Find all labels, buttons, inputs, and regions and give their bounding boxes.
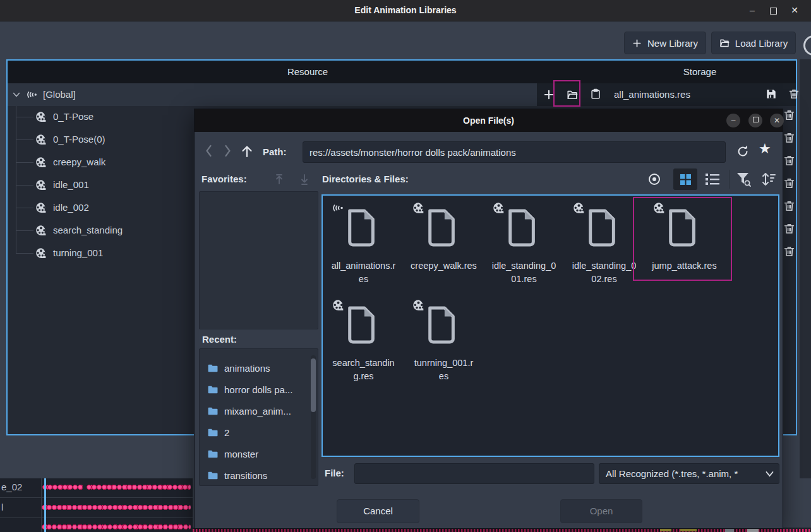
delete-animation-icon[interactable]: [783, 155, 795, 167]
tree-item-animation[interactable]: idle_002: [35, 201, 89, 215]
file-icon: [505, 207, 539, 247]
minimize-icon[interactable]: –: [726, 114, 740, 127]
global-label: [Global]: [43, 88, 76, 102]
file-item[interactable]: creepy_walk.res: [404, 198, 484, 292]
tree-item-animation[interactable]: 0_T-Pose: [35, 110, 93, 124]
load-library-button[interactable]: Load Library: [711, 32, 796, 54]
tree-item-animation[interactable]: turning_001: [35, 246, 103, 260]
delete-animation-icon[interactable]: [783, 132, 795, 144]
delete-animation-icon[interactable]: [783, 177, 795, 189]
back-icon[interactable]: [203, 143, 215, 159]
filter-icon[interactable]: [735, 171, 752, 187]
new-library-button[interactable]: New Library: [624, 32, 706, 54]
grid-view-button[interactable]: [673, 168, 697, 190]
grid-view-icon: [680, 174, 692, 186]
move-up-icon[interactable]: [273, 172, 285, 186]
refresh-icon[interactable]: [735, 143, 750, 160]
folder-icon: [207, 427, 218, 438]
file-item[interactable]: tunrning_001.res: [404, 295, 484, 389]
tree-item-animation[interactable]: 0_T-Pose(0): [35, 133, 105, 146]
open-button[interactable]: Open: [560, 499, 642, 523]
delete-library-icon[interactable]: [788, 88, 800, 100]
path-label: Path:: [263, 146, 287, 157]
up-icon[interactable]: [240, 144, 254, 159]
partial-button-edge: [803, 35, 811, 56]
recent-list: animations horror dolls pa... mixamo_ani…: [199, 348, 318, 486]
chevron-down-icon[interactable]: [13, 92, 20, 98]
path-input[interactable]: [303, 141, 726, 163]
recent-label: Recent:: [202, 334, 237, 345]
file-icon: [425, 304, 459, 345]
folder-icon: [207, 470, 218, 481]
storage-header: Storage: [608, 61, 792, 83]
open-files-dialog: Open File(s) – ✕ Path: ★ Favorites: Dire…: [194, 109, 783, 529]
animation-library-icon: [27, 89, 38, 100]
file-item[interactable]: all_animations.res: [323, 198, 404, 292]
background-edge: [800, 59, 811, 478]
animation-icon: [332, 299, 344, 311]
recent-item[interactable]: 2: [200, 422, 307, 442]
track-label: l: [1, 502, 3, 512]
file-icon: [425, 207, 459, 247]
animation-icon: [35, 111, 47, 122]
toggle-hidden-icon[interactable]: [647, 172, 662, 187]
file-label: File:: [325, 468, 344, 478]
file-icon: [586, 207, 620, 247]
close-icon[interactable]: ✕: [770, 114, 784, 127]
files-grid: all_animations.res creepy_walk.res idle_…: [321, 194, 779, 457]
edit-animation-libraries-window: Edit Animation Libraries – ✕ New Library…: [0, 0, 811, 532]
delete-animation-icon[interactable]: [783, 223, 795, 235]
favorite-star-icon[interactable]: ★: [759, 141, 771, 157]
animation-icon: [35, 202, 47, 213]
maximize-icon[interactable]: [748, 114, 762, 127]
recent-item[interactable]: monster: [200, 444, 307, 464]
file-name: idle_standing_001.res: [484, 259, 564, 286]
keyframe-cluster: [42, 482, 83, 492]
file-name: tunrning_001.res: [404, 357, 484, 383]
animation-library-icon: [332, 202, 344, 214]
file-item[interactable]: idle_standing_001.res: [484, 198, 564, 292]
filter-value: All Recognized (*.tres, *.anim, *: [606, 468, 738, 479]
panel-header: Resource Storage: [8, 61, 796, 83]
tree-item-animation[interactable]: idle_001: [35, 178, 89, 192]
tree-item-animation[interactable]: search_standing: [35, 223, 123, 237]
folder-icon: [207, 363, 218, 374]
filter-dropdown[interactable]: All Recognized (*.tres, *.anim, *: [599, 463, 779, 484]
paste-icon[interactable]: [590, 88, 601, 100]
keyframe-cluster: [87, 482, 191, 492]
global-row[interactable]: [Global]: [8, 83, 537, 106]
file-item[interactable]: idle_standing_002.res: [564, 198, 644, 292]
move-down-icon[interactable]: [299, 172, 310, 186]
favorites-list: [199, 191, 318, 329]
tree-item-animation[interactable]: creepy_walk: [35, 155, 105, 169]
favorites-label: Favorites:: [201, 174, 247, 184]
animation-icon: [573, 202, 585, 214]
recent-scrollbar[interactable]: [311, 355, 316, 479]
animation-icon: [35, 179, 47, 191]
list-view-icon[interactable]: [705, 172, 720, 186]
dropdown-arrow-icon: [766, 471, 774, 477]
maximize-icon[interactable]: [764, 0, 783, 21]
resource-header: Resource: [8, 61, 608, 83]
save-icon[interactable]: [766, 88, 777, 100]
recent-item[interactable]: mixamo_anim...: [200, 401, 307, 421]
scrollbar-thumb[interactable]: [311, 358, 316, 412]
file-input[interactable]: [354, 463, 594, 484]
animation-icon: [35, 134, 47, 145]
sort-icon[interactable]: [760, 171, 777, 187]
delete-animation-icon[interactable]: [783, 245, 795, 257]
minimize-icon[interactable]: –: [743, 0, 762, 21]
dialog-titlebar[interactable]: Open File(s) – ✕: [195, 109, 783, 132]
close-icon[interactable]: ✕: [785, 0, 804, 21]
recent-item[interactable]: horror dolls pa...: [200, 379, 307, 399]
forward-icon[interactable]: [221, 143, 234, 159]
recent-item[interactable]: animations: [200, 358, 307, 378]
delete-animation-icon[interactable]: [783, 109, 795, 121]
file-item[interactable]: search_standing.res: [323, 295, 404, 389]
delete-animation-icon[interactable]: [783, 200, 795, 212]
window-titlebar[interactable]: Edit Animation Libraries – ✕: [0, 0, 811, 21]
cancel-button[interactable]: Cancel: [337, 499, 419, 523]
playhead: [44, 478, 46, 532]
recent-item[interactable]: transitions: [200, 465, 307, 485]
animation-timeline: e_02 l: [0, 478, 193, 532]
